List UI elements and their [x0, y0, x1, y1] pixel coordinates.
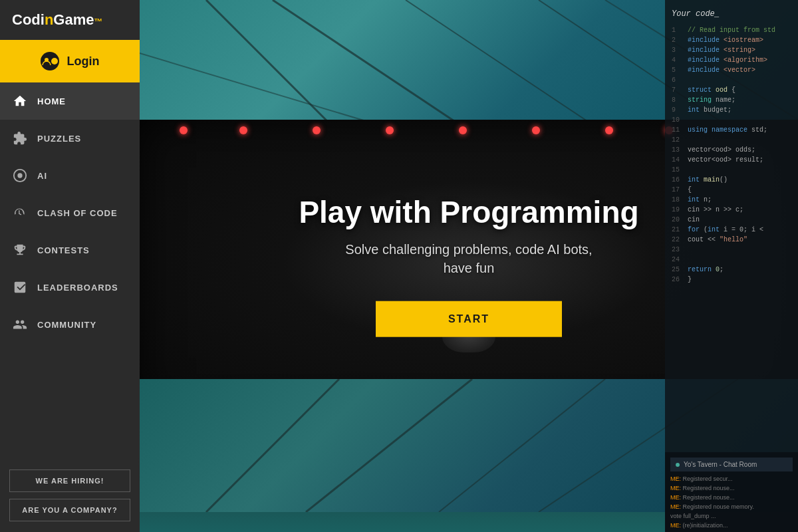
sidebar-item-label: CONTESTS: [37, 245, 90, 255]
svg-line-10: [206, 379, 339, 512]
sidebar-item-label: COMMUNITY: [37, 320, 96, 330]
logo: CodinGame™: [12, 11, 103, 29]
login-icon: [41, 52, 59, 70]
contests-icon: [12, 242, 28, 258]
sidebar-item-leaderboards[interactable]: LEADERBOARDS: [0, 269, 140, 306]
login-label: Login: [67, 55, 100, 68]
svg-point-2: [17, 173, 22, 178]
sidebar-item-label: PUZZLES: [37, 134, 81, 144]
home-icon: [12, 93, 28, 109]
svg-line-11: [306, 379, 472, 512]
leaderboards-icon: [12, 279, 28, 295]
sidebar-item-contests[interactable]: CONTESTS: [0, 231, 140, 269]
sidebar-item-label: AI: [37, 171, 47, 181]
ai-icon: [12, 168, 28, 184]
chat-message: ME: Registered nouse...: [670, 493, 793, 502]
sidebar-item-community[interactable]: COMMUNITY: [0, 306, 140, 343]
chat-room-label: Yo's Tavern - Chat Room: [684, 461, 757, 468]
sidebar-item-label: CLASH OF CODE: [37, 208, 118, 218]
chat-message: ME: Registered secur...: [670, 474, 793, 483]
hiring-button[interactable]: WE ARE HIRING!: [9, 469, 130, 492]
sidebar: CodinGame™ Login HOME PUZZLES AI: [0, 0, 140, 532]
svg-line-12: [439, 379, 605, 512]
main-content: Your code_ 1 // Read input from std 2 #i…: [140, 0, 798, 532]
svg-line-6: [406, 0, 605, 133]
svg-line-4: [206, 0, 339, 133]
svg-line-5: [273, 0, 472, 133]
puzzles-icon: [12, 130, 28, 146]
sidebar-item-clash[interactable]: CLASH OF CODE: [0, 194, 140, 231]
clash-icon: [12, 205, 28, 221]
sidebar-item-home[interactable]: HOME: [0, 82, 140, 120]
sidebar-item-label: HOME: [37, 96, 66, 106]
login-button[interactable]: Login: [0, 40, 140, 82]
sidebar-item-ai[interactable]: AI: [0, 157, 140, 194]
chat-bar-title: Yo's Tavern - Chat Room: [670, 458, 793, 471]
code-panel-title: Your code_: [672, 9, 791, 19]
chat-bar: Yo's Tavern - Chat Room ME: Registered s…: [665, 452, 798, 532]
sidebar-item-label: LEADERBOARDS: [37, 283, 118, 293]
hero-title: Play with Programming: [269, 196, 668, 229]
start-button[interactable]: START: [376, 301, 562, 336]
chat-message: ME: (re)initialization...: [670, 521, 793, 530]
chat-online-dot: [676, 463, 680, 467]
chat-message: vote full_dump ...: [670, 511, 793, 521]
sidebar-item-puzzles[interactable]: PUZZLES: [0, 120, 140, 157]
community-icon: [12, 317, 28, 332]
sidebar-bottom-actions: WE ARE HIRING! ARE YOU A COMPANY?: [0, 459, 140, 532]
chat-message: ME: Registered nouse memory.: [670, 502, 793, 511]
chat-message: ME: Registered nouse...: [670, 483, 793, 493]
company-button[interactable]: ARE YOU A COMPANY?: [9, 499, 130, 521]
hero-overlay: Play with Programming Solve challenging …: [269, 196, 668, 337]
logo-area: CodinGame™: [0, 0, 140, 40]
hero-subtitle: Solve challenging problems, code AI bots…: [269, 239, 668, 277]
